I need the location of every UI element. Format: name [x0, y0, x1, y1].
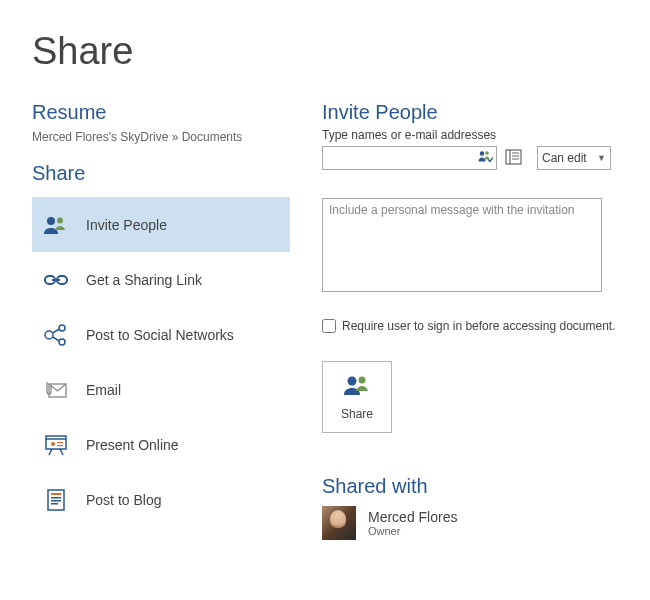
- svg-rect-22: [51, 503, 58, 505]
- svg-line-9: [53, 337, 60, 341]
- svg-point-24: [485, 151, 489, 155]
- permission-select[interactable]: Can edit ▼: [537, 146, 611, 170]
- page-title: Share: [32, 30, 618, 73]
- sidebar-item-label: Email: [86, 382, 121, 398]
- email-attachment-icon: [42, 376, 70, 404]
- breadcrumb[interactable]: Merced Flores's SkyDrive » Documents: [32, 130, 290, 144]
- svg-line-13: [49, 449, 52, 455]
- sidebar-item-email[interactable]: Email: [32, 362, 290, 417]
- document-name: Resume: [32, 101, 290, 124]
- social-network-icon: [42, 321, 70, 349]
- avatar: [322, 506, 356, 540]
- shared-person-row: Merced Flores Owner: [322, 506, 618, 540]
- shared-person-name: Merced Flores: [368, 509, 457, 525]
- shared-person-role: Owner: [368, 525, 457, 537]
- sidebar-item-label: Post to Social Networks: [86, 327, 234, 343]
- svg-rect-21: [51, 500, 61, 502]
- sidebar-item-label: Post to Blog: [86, 492, 162, 508]
- svg-point-30: [348, 376, 357, 385]
- sidebar-item-invite-people[interactable]: Invite People: [32, 197, 290, 252]
- svg-rect-25: [506, 150, 521, 164]
- sidebar-item-post-blog[interactable]: Post to Blog: [32, 472, 290, 527]
- names-field-caption: Type names or e-mail addresses: [322, 128, 618, 142]
- sidebar-item-get-link[interactable]: Get a Sharing Link: [32, 252, 290, 307]
- address-book-icon[interactable]: [505, 149, 523, 168]
- invite-people-heading: Invite People: [322, 101, 618, 124]
- sidebar-item-label: Invite People: [86, 217, 167, 233]
- sidebar-item-social[interactable]: Post to Social Networks: [32, 307, 290, 362]
- check-names-icon[interactable]: [477, 150, 493, 167]
- present-online-icon: [42, 431, 70, 459]
- svg-rect-4: [52, 279, 60, 281]
- shared-with-heading: Shared with: [322, 475, 618, 498]
- svg-point-31: [359, 376, 366, 383]
- share-button[interactable]: Share: [322, 361, 392, 433]
- chevron-down-icon: ▼: [597, 153, 606, 163]
- sidebar-item-label: Present Online: [86, 437, 179, 453]
- sidebar-item-present-online[interactable]: Present Online: [32, 417, 290, 472]
- require-signin-label: Require user to sign in before accessing…: [342, 319, 616, 333]
- svg-line-14: [60, 449, 63, 455]
- svg-rect-20: [51, 497, 61, 499]
- svg-rect-17: [57, 445, 63, 446]
- svg-point-5: [45, 331, 53, 339]
- svg-point-6: [59, 325, 65, 331]
- share-option-list: Invite People Get a Sharing Link: [32, 197, 290, 527]
- svg-point-7: [59, 339, 65, 345]
- svg-rect-16: [57, 442, 63, 443]
- share-section-heading: Share: [32, 162, 290, 185]
- svg-point-23: [480, 151, 484, 155]
- require-signin-checkbox[interactable]: [322, 319, 336, 333]
- blog-post-icon: [42, 486, 70, 514]
- svg-point-15: [51, 442, 55, 446]
- svg-rect-19: [51, 493, 61, 495]
- svg-point-1: [57, 217, 63, 223]
- people-icon: [342, 374, 372, 407]
- svg-line-8: [53, 329, 60, 333]
- names-input[interactable]: [322, 146, 497, 170]
- sidebar-item-label: Get a Sharing Link: [86, 272, 202, 288]
- permission-selected-value: Can edit: [542, 151, 587, 165]
- svg-point-0: [47, 217, 55, 225]
- personal-message-input[interactable]: [322, 198, 602, 292]
- link-icon: [42, 266, 70, 294]
- people-icon: [42, 211, 70, 239]
- share-button-label: Share: [341, 407, 373, 421]
